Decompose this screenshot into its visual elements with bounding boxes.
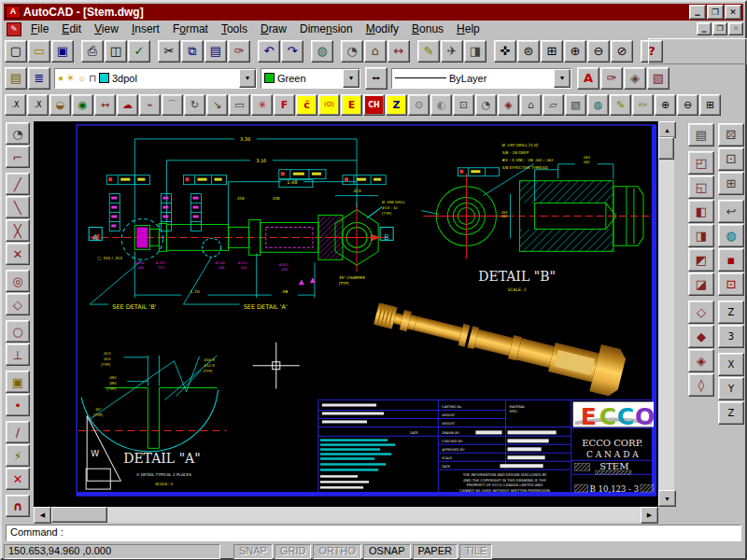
aerial-view-button[interactable]: ✈ xyxy=(441,40,463,63)
copy-tool-button[interactable]: ĉ xyxy=(296,94,317,116)
insert-3d-button[interactable]: 3 xyxy=(718,325,744,348)
scroll-up-button[interactable]: ▲ xyxy=(658,121,676,138)
linetype-button[interactable]: ╍ xyxy=(365,67,388,90)
nw-isometric-button[interactable]: ◊ xyxy=(688,373,714,397)
color-dropdown-arrow[interactable]: ▾ xyxy=(343,69,359,88)
snap-none-button[interactable]: ✕ xyxy=(6,468,30,490)
snap-center-button[interactable]: ◎ xyxy=(6,270,30,292)
toggle-paper[interactable]: PAPER xyxy=(413,544,458,559)
snap-intersection-button[interactable]: ╳ xyxy=(6,219,30,242)
snap-node-button[interactable]: • xyxy=(6,394,30,416)
snap-marker-button[interactable]: ✳ xyxy=(251,94,273,116)
breakline-button[interactable]: ⌁ xyxy=(139,94,161,116)
mdi-restore-button[interactable]: ❐ xyxy=(712,22,727,35)
toggle-ortho[interactable]: ORTHO xyxy=(313,544,361,559)
snap-from-button[interactable]: ⌐ xyxy=(6,146,30,168)
snap-quick-button[interactable]: ⚡ xyxy=(6,444,30,467)
tracking-button[interactable]: ◔ xyxy=(341,40,363,63)
redo-button[interactable]: ↷ xyxy=(281,40,303,63)
sketch-1-button[interactable]: ✎ xyxy=(610,94,631,116)
menu-tools[interactable]: Tools xyxy=(215,21,254,36)
scroll-right-button[interactable]: ▶ xyxy=(641,507,658,524)
title-bar[interactable]: A AutoCAD - [Stem.dwg] ▁❐✕ xyxy=(4,4,743,21)
ellipse-y-button[interactable]: ◐ xyxy=(430,94,452,116)
linetype-dropdown-arrow[interactable]: ▾ xyxy=(554,69,571,88)
offset-tool-button[interactable]: (O) xyxy=(318,94,340,116)
ucs-button[interactable]: ⌂ xyxy=(364,40,387,63)
revcloud-button[interactable]: ☁ xyxy=(117,94,138,116)
close-button[interactable]: ✕ xyxy=(725,5,741,20)
zoom-out-button[interactable]: ⊖ xyxy=(587,40,610,63)
top-view-button[interactable]: ◰ xyxy=(688,151,714,175)
xref-bind-button[interactable]: ▪ xyxy=(718,248,744,272)
vertical-scroll-thumb[interactable] xyxy=(658,137,674,160)
vertical-scrollbar[interactable]: ▲ ▼ xyxy=(658,121,674,507)
layers-button[interactable]: ≣ xyxy=(28,67,50,90)
horizontal-scroll-thumb[interactable] xyxy=(51,507,107,523)
menu-help[interactable]: Help xyxy=(450,21,486,36)
render-button[interactable]: ◉ xyxy=(72,94,93,116)
zoom-in-button[interactable]: ⊕ xyxy=(564,40,586,63)
menu-draw[interactable]: Draw xyxy=(254,21,293,36)
osnap-settings-button[interactable]: ∩ xyxy=(6,495,30,517)
launch-browser-button[interactable]: ◍ xyxy=(311,40,333,63)
ucs-2-button[interactable]: ⌂ xyxy=(520,94,542,116)
wipeout-button[interactable]: ▱ xyxy=(543,94,564,116)
sw-isometric-button[interactable]: ◇ xyxy=(688,301,714,324)
rotate-z-button[interactable]: Z xyxy=(718,401,744,425)
dotted-window-button[interactable]: ⊡ xyxy=(453,94,474,116)
snap-midpoint-button[interactable]: ╲ xyxy=(6,196,30,218)
menu-format[interactable]: Format xyxy=(166,21,215,36)
right-view-button[interactable]: ◨ xyxy=(688,224,714,247)
linetype-dropdown[interactable]: ByLayer ▾ xyxy=(391,68,571,89)
menu-dimension[interactable]: Dimension xyxy=(293,21,359,36)
spell-button[interactable]: ✓ xyxy=(128,40,150,63)
3d-diamond-2-button[interactable]: ◈ xyxy=(498,94,519,116)
layer-dropdown-arrow[interactable]: ▾ xyxy=(239,69,256,88)
distance-button[interactable]: ↔ xyxy=(388,40,410,63)
menu-modify[interactable]: Modify xyxy=(359,21,405,36)
pan-button[interactable]: ✜ xyxy=(494,40,516,63)
xref-clip-button[interactable]: ⊡ xyxy=(718,273,744,296)
snap-quadrant-button[interactable]: ◇ xyxy=(6,293,30,315)
drawing-viewport[interactable]: 3.383.161.48.318.3381.70.98.413□ .310 / … xyxy=(34,121,658,507)
match-properties-button[interactable]: ✑ xyxy=(228,40,250,63)
menu-view[interactable]: View xyxy=(88,21,125,36)
zoom-previous-button[interactable]: ⊘ xyxy=(611,40,633,63)
menu-bonus[interactable]: Bonus xyxy=(405,21,450,36)
arc-tools-button[interactable]: ⌒ xyxy=(162,94,183,116)
fillet-button[interactable]: F xyxy=(274,94,295,116)
mdi-close-button[interactable]: ✕ xyxy=(728,22,743,35)
match-properties-2-button[interactable]: ✑ xyxy=(600,67,623,90)
snap-nearest-button[interactable]: ∕ xyxy=(6,421,30,443)
se-isometric-button[interactable]: ◆ xyxy=(688,325,714,348)
xref-attach-button[interactable]: ↩ xyxy=(718,200,744,223)
ellipse-x-button[interactable]: ⊙ xyxy=(408,94,430,116)
web-2-button[interactable]: ◍ xyxy=(587,94,609,116)
print-button[interactable]: ⎙ xyxy=(81,40,104,63)
undo-button[interactable]: ↶ xyxy=(258,40,280,63)
copy-button[interactable]: ⧉ xyxy=(181,40,204,63)
rotate-button[interactable]: ↻ xyxy=(184,94,205,116)
3d-box-2-button[interactable]: ▧ xyxy=(565,94,586,116)
paste-button[interactable]: ▤ xyxy=(204,40,227,63)
dimension-update-button[interactable]: ↔ xyxy=(94,94,116,116)
rotate-y-button[interactable]: Y xyxy=(718,377,744,400)
front-view-button[interactable]: ◩ xyxy=(688,248,714,272)
snap-insert-button[interactable]: ▣ xyxy=(6,371,30,393)
menu-edit[interactable]: Edit xyxy=(55,21,88,36)
zoom-realtime-button[interactable]: ⊜ xyxy=(517,40,540,63)
print-preview-button[interactable]: ◫ xyxy=(105,40,127,63)
toggle-grid[interactable]: GRID xyxy=(275,544,312,559)
redline-button[interactable]: ✎ xyxy=(417,40,440,63)
3d-box-button[interactable]: ▧ xyxy=(647,67,669,90)
tracking-2-button[interactable]: ◔ xyxy=(475,94,497,116)
insert-block-button[interactable]: ⚄ xyxy=(718,123,744,147)
ne-isometric-button[interactable]: ◈ xyxy=(688,349,714,372)
snap-endpoint-button[interactable]: ╱ xyxy=(6,173,30,195)
insert-block-2-button[interactable]: ⚀ xyxy=(718,147,744,171)
snap-perpendicular-button[interactable]: ⊥ xyxy=(6,343,30,366)
sketch-2-button[interactable]: ✏ xyxy=(632,94,654,116)
zoom-tool-button[interactable]: Z xyxy=(386,94,407,116)
pack-button[interactable]: ▭ xyxy=(229,94,250,116)
